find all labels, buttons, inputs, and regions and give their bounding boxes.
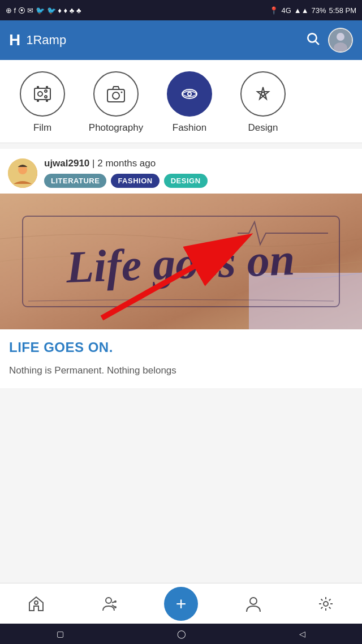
post-image-canvas: Life goes on	[0, 194, 362, 329]
post-separator: |	[92, 158, 97, 169]
svg-point-0	[308, 33, 316, 42]
category-item-film[interactable]: Film	[6, 71, 79, 134]
tag-literature[interactable]: LITERATURE	[44, 174, 106, 188]
post-section: ujwal2910 | 2 months ago LITERATURE FASH…	[0, 149, 362, 388]
svg-point-11	[45, 90, 47, 92]
svg-point-15	[121, 92, 123, 93]
user-avatar[interactable]	[328, 28, 353, 53]
post-avatar[interactable]	[8, 158, 37, 188]
fashion-label: Fashion	[173, 122, 206, 134]
status-bar: ⊕ f ⦿ ✉ 🐦 🐦 ♦ ♦ ♣ ♣ 📍 4G ▲▲ 73% 5:58 PM	[0, 0, 362, 20]
post-meta: ujwal2910 | 2 months ago LITERATURE FASH…	[44, 158, 354, 188]
category-item-design[interactable]: Design	[226, 71, 300, 134]
photography-label: Photography	[89, 122, 143, 134]
svg-rect-6	[37, 86, 39, 88]
wifi-icon: ▲▲	[294, 6, 309, 15]
header-brand: H 1Ramp	[9, 31, 66, 49]
post-title: LIFE GOES ON.	[9, 340, 353, 355]
category-item-photography[interactable]: Photography	[79, 71, 153, 134]
post-body: Nothing is Permanent. Nothing belongs	[9, 363, 353, 378]
svg-line-1	[316, 41, 319, 45]
post-username: ujwal2910	[44, 158, 89, 169]
film-label: Film	[33, 122, 51, 134]
tag-fashion[interactable]: FASHION	[111, 174, 159, 188]
notification-icons: ⊕ f ⦿ ✉ 🐦 🐦 ♦ ♦ ♣ ♣	[6, 6, 81, 15]
photography-icon-circle	[93, 71, 139, 117]
status-icons-right: 📍 4G ▲▲ 73% 5:58 PM	[269, 6, 356, 15]
design-icon-circle	[240, 71, 286, 117]
svg-point-10	[38, 92, 42, 96]
tag-design[interactable]: DESIGN	[164, 174, 208, 188]
post-header: ujwal2910 | 2 months ago LITERATURE FASH…	[0, 149, 362, 194]
battery-label: 73%	[312, 6, 326, 15]
film-icon-circle	[20, 71, 65, 117]
category-section: Film Photography	[0, 60, 362, 143]
design-label: Design	[248, 122, 278, 134]
svg-rect-13	[107, 89, 124, 102]
status-icons-left: ⊕ f ⦿ ✉ 🐦 🐦 ♦ ♦ ♣ ♣	[6, 6, 81, 15]
svg-point-12	[45, 96, 47, 98]
svg-point-3	[337, 33, 344, 41]
post-user-time: ujwal2910 | 2 months ago	[44, 158, 354, 169]
post-content: LIFE GOES ON. Nothing is Permanent. Noth…	[0, 329, 362, 388]
category-row: Film Photography	[0, 71, 362, 134]
post-avatar-image	[8, 158, 37, 188]
app-header: H 1Ramp	[0, 20, 362, 60]
svg-rect-9	[46, 100, 48, 102]
svg-point-18	[188, 93, 191, 95]
post-time: 2 months ago	[97, 158, 156, 169]
svg-rect-7	[46, 86, 48, 88]
svg-rect-8	[37, 100, 39, 102]
category-item-fashion[interactable]: Fashion	[153, 71, 226, 134]
search-icon[interactable]	[305, 31, 320, 49]
svg-point-14	[113, 92, 119, 99]
app-title: 1Ramp	[26, 33, 66, 48]
app-logo: H	[9, 31, 20, 49]
svg-point-19	[261, 92, 265, 96]
time-label: 5:58 PM	[329, 6, 356, 15]
header-actions	[305, 28, 353, 53]
post-image: Life goes on	[0, 194, 362, 329]
location-icon: 📍	[269, 6, 278, 15]
avatar-image	[329, 29, 352, 51]
post-tags: LITERATURE FASHION DESIGN	[44, 174, 354, 188]
fashion-icon-circle	[167, 71, 212, 117]
signal-icon: 4G	[281, 6, 291, 15]
